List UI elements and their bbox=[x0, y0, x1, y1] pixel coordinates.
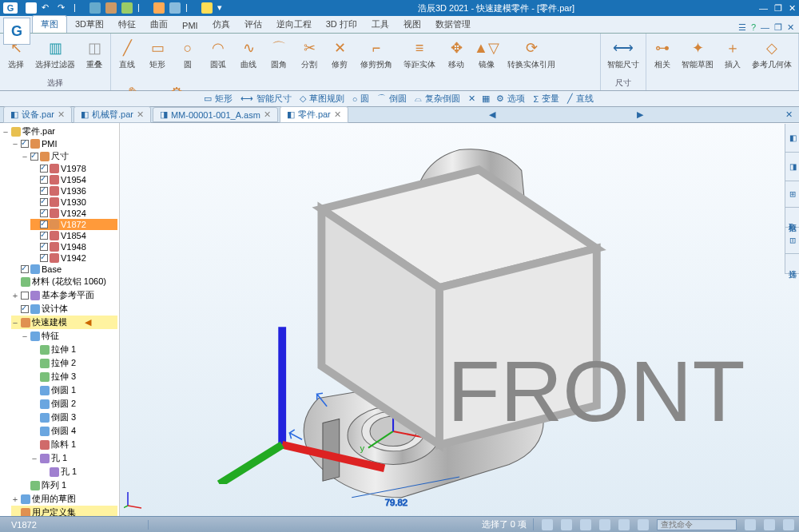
ribbon-tab[interactable]: 曲面 bbox=[144, 16, 174, 33]
ribbon-help-icon[interactable]: ? bbox=[751, 22, 756, 33]
qat-icon[interactable] bbox=[105, 2, 117, 14]
command-search-input[interactable] bbox=[657, 519, 737, 530]
ribbon-close-icon[interactable]: ✕ bbox=[787, 22, 794, 33]
status-icon[interactable] bbox=[745, 519, 756, 530]
qat-icon[interactable] bbox=[89, 2, 101, 14]
view-cube[interactable]: FRONT bbox=[100, 123, 779, 484]
fillet-button[interactable]: ⌒圆角 bbox=[268, 37, 290, 72]
relate-button[interactable]: ⊶相关 bbox=[651, 37, 674, 72]
doc-tab[interactable]: ◧设备.par✕ bbox=[3, 106, 72, 123]
ribbon-group-label: 选择 bbox=[5, 77, 105, 89]
tree-used-sketch[interactable]: +使用的草图 bbox=[11, 492, 117, 506]
tb2-circle-icon[interactable]: ○ 圆 bbox=[351, 93, 373, 105]
side-tab[interactable]: ⊟ bbox=[785, 228, 799, 254]
tab-nav-close-icon[interactable]: ✕ bbox=[782, 109, 796, 120]
status-icon[interactable] bbox=[618, 519, 630, 530]
ribbon-tab[interactable]: 3D草图 bbox=[69, 16, 110, 33]
ribbon-tab[interactable]: 视图 bbox=[397, 16, 427, 33]
offset-button[interactable]: ≡等距实体 bbox=[402, 37, 437, 72]
document-tabs: ◧设备.par✕ ◧机械臂.par✕ ◨MM-00001-001_A.asm✕ … bbox=[0, 107, 799, 123]
ribbon-tab[interactable]: 特征 bbox=[112, 16, 142, 33]
split-button[interactable]: ✂分割 bbox=[298, 37, 320, 72]
close-icon[interactable]: ✕ bbox=[137, 109, 144, 120]
tb2-var-icon[interactable]: Σ 变量 bbox=[531, 93, 562, 105]
tb2-cfillet-icon[interactable]: ⌓ 复杂倒圆 bbox=[413, 93, 463, 105]
qat-sep: | bbox=[185, 2, 197, 14]
rect-button[interactable]: ▭矩形 bbox=[146, 37, 169, 72]
doc-tab[interactable]: ◨MM-00001-001_A.asm✕ bbox=[153, 107, 278, 122]
select-filter-button[interactable]: ▥选择过滤器 bbox=[34, 37, 77, 72]
close-button[interactable]: ✕ bbox=[789, 3, 796, 14]
tb2-rules-icon[interactable]: ◇ 草图规则 bbox=[298, 93, 348, 105]
svg-line-23 bbox=[282, 445, 384, 469]
curve-button[interactable]: ∿曲线 bbox=[237, 37, 260, 72]
3d-viewport[interactable]: x y z 46.66 25 50 79.82 bbox=[120, 123, 799, 516]
arc-button[interactable]: ◠圆弧 bbox=[207, 37, 229, 72]
minimize-button[interactable]: — bbox=[759, 3, 768, 14]
restore-button[interactable]: ❐ bbox=[774, 3, 782, 14]
tb2-fillet-icon[interactable]: ⌒ 倒圆 bbox=[376, 93, 410, 105]
tb2-line-icon[interactable]: ╱ 直线 bbox=[566, 93, 597, 105]
status-icon[interactable] bbox=[638, 519, 649, 530]
qat-undo-icon[interactable]: ↶ bbox=[42, 2, 53, 14]
dim-label: 79.82 bbox=[385, 498, 408, 507]
tb2-icon[interactable]: ▦ bbox=[480, 93, 491, 104]
tab-nav-next-icon[interactable]: ▶ bbox=[634, 109, 646, 120]
insert-button[interactable]: ＋插入 bbox=[721, 37, 744, 72]
tab-nav-prev-icon[interactable]: ◀ bbox=[486, 109, 499, 120]
tb2-rect-icon[interactable]: ▭ 矩形 bbox=[202, 93, 236, 105]
qat-icon[interactable] bbox=[153, 2, 165, 14]
qat-icon[interactable]: ▾ bbox=[217, 2, 229, 14]
side-tab[interactable]: ◧ bbox=[785, 124, 799, 153]
mirror-button[interactable]: ▲▽镜像 bbox=[475, 37, 498, 72]
ribbon-tab[interactable]: 逆向工程 bbox=[270, 16, 318, 33]
close-icon[interactable]: ✕ bbox=[264, 109, 271, 120]
ribbon-tab-active[interactable]: 草图 bbox=[32, 15, 67, 33]
convert-button[interactable]: ⟳转换实体引用 bbox=[506, 37, 557, 72]
smart-dim-button[interactable]: ⟷智能尺寸 bbox=[606, 37, 641, 72]
status-icon[interactable] bbox=[542, 519, 553, 530]
doc-tab-active[interactable]: ◧零件.par✕ bbox=[280, 106, 348, 123]
ribbon-tab[interactable]: 评估 bbox=[238, 16, 268, 33]
side-tab-label[interactable]: 选择 bbox=[785, 254, 799, 274]
side-tabs: ◧ ◨ ⊞ 拾取框 ⊟ 选择 bbox=[785, 124, 799, 274]
smart-sketch-button[interactable]: ✦智能草图 bbox=[680, 37, 715, 72]
side-tab[interactable]: ⊞ bbox=[785, 181, 799, 208]
overlap-button[interactable]: ◫重叠 bbox=[83, 37, 105, 72]
ribbon-max-icon[interactable]: ❐ bbox=[774, 22, 782, 33]
tb2-cut-icon[interactable]: ✕ bbox=[467, 93, 477, 104]
tb2-dim-icon[interactable]: ⟷ 智能尺寸 bbox=[239, 93, 295, 105]
circle-button[interactable]: ○圆 bbox=[177, 37, 199, 72]
qat-icon[interactable] bbox=[121, 2, 133, 14]
qat-redo-icon[interactable]: ↷ bbox=[58, 2, 69, 14]
side-tab[interactable]: ◨ bbox=[785, 153, 799, 181]
ribbon-layout-icon[interactable]: ☰ bbox=[738, 22, 746, 33]
status-icon[interactable] bbox=[580, 519, 591, 530]
status-icon[interactable] bbox=[561, 519, 572, 530]
status-icon[interactable] bbox=[783, 519, 794, 530]
trim-corner-button[interactable]: ⌐修剪拐角 bbox=[359, 37, 394, 72]
ribbon-tab[interactable]: PMI bbox=[176, 18, 205, 33]
ribbon-tab[interactable]: 3D 打印 bbox=[320, 16, 364, 33]
close-icon[interactable]: ✕ bbox=[58, 109, 65, 120]
status-icon[interactable] bbox=[764, 519, 775, 530]
trim-button[interactable]: ✕修剪 bbox=[328, 37, 351, 72]
ribbon-min-icon[interactable]: — bbox=[761, 22, 769, 33]
status-icon[interactable] bbox=[599, 519, 610, 530]
ribbon-tab[interactable]: 仿真 bbox=[206, 16, 237, 33]
ribbon-tab[interactable]: 数据管理 bbox=[429, 16, 477, 33]
move-button[interactable]: ✥移动 bbox=[445, 37, 467, 72]
doc-tab[interactable]: ◧机械臂.par✕ bbox=[74, 106, 151, 123]
qat-icon[interactable] bbox=[169, 2, 181, 14]
line-button[interactable]: ╱直线 bbox=[116, 37, 138, 72]
qat-icon[interactable] bbox=[201, 2, 213, 14]
qat-save-icon[interactable] bbox=[26, 2, 37, 14]
tree-userdef[interactable]: 用户定义集 bbox=[11, 506, 117, 516]
app-menu-button[interactable]: G bbox=[3, 18, 30, 45]
side-tab-label[interactable]: 拾取框 bbox=[785, 208, 799, 228]
ribbon-tab[interactable]: 工具 bbox=[365, 16, 396, 33]
tb2-opts-icon[interactable]: ⚙ 选项 bbox=[495, 93, 528, 105]
app-logo-small[interactable]: G bbox=[3, 2, 18, 14]
ref-geom-button[interactable]: ◇参考几何体 bbox=[750, 37, 793, 72]
close-icon[interactable]: ✕ bbox=[334, 109, 341, 120]
